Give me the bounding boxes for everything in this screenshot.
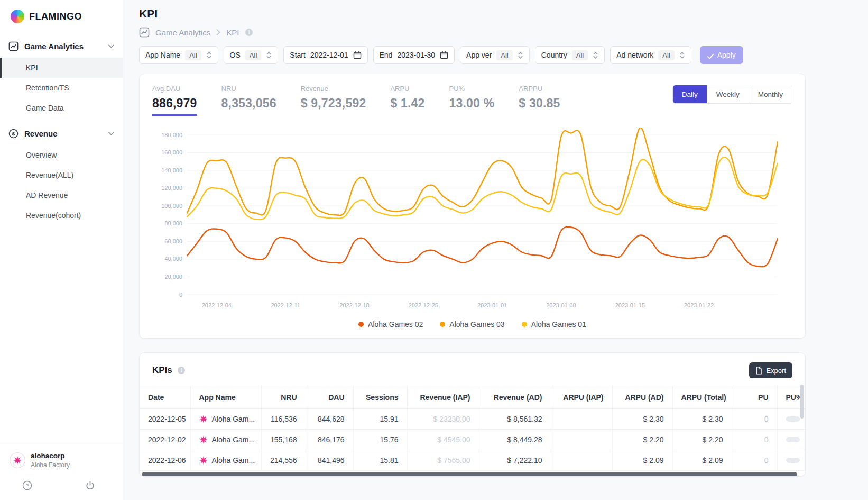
brand-logo[interactable]: FLAMINGO [0, 0, 123, 32]
cell-revenue-iap: $ 23230.00 [407, 409, 479, 430]
horizontal-scrollbar[interactable] [142, 472, 797, 476]
legend-aloha-games-01[interactable]: Aloha Games 01 [522, 320, 586, 329]
app-logo-icon [199, 456, 208, 465]
metric-revenue[interactable]: Revenue $ 9,723,592 [301, 85, 366, 111]
sidebar-item-overview[interactable]: Overview [0, 145, 123, 165]
cell-date: 2022-12-02 [140, 430, 190, 450]
cell-sessions: 15.76 [353, 430, 407, 450]
filter-end-date[interactable]: End 2023-01-30 [373, 46, 455, 64]
toggle-weekly[interactable]: Weekly [707, 85, 749, 103]
main-content: KPI Game Analytics KPI i App Name All OS… [123, 0, 868, 500]
col-date[interactable]: Date [140, 386, 190, 409]
cell-revenue-iap: $ 4545.00 [407, 430, 479, 450]
cell-app: Aloha Gam... [190, 430, 261, 450]
user-name: alohacorp [31, 452, 70, 460]
table-row[interactable]: 2022-12-05Aloha Gam...116,536844,62815.9… [140, 409, 805, 430]
svg-text:?: ? [26, 483, 29, 488]
filter-app-ver[interactable]: App ver All [460, 46, 530, 64]
filter-app-name[interactable]: App Name All [139, 46, 218, 64]
svg-text:40,000: 40,000 [164, 256, 182, 262]
chevron-down-icon [108, 44, 114, 48]
user-card[interactable]: alohacorp Aloha Factory [0, 444, 123, 476]
apply-button[interactable]: Apply [700, 46, 743, 64]
filter-country[interactable]: Country All [535, 46, 605, 64]
cell-revenue-ad: $ 8,449.28 [479, 430, 551, 450]
chevron-right-icon [216, 29, 220, 35]
help-icon[interactable]: ? [22, 480, 32, 490]
svg-text:180,000: 180,000 [161, 132, 182, 138]
info-icon[interactable]: i [177, 366, 186, 375]
logout-power-icon[interactable] [85, 480, 95, 490]
col-nru[interactable]: NRU [261, 386, 306, 409]
col-pu[interactable]: PU [732, 386, 777, 409]
col-arpu-total[interactable]: ARPU (Total) [672, 386, 732, 409]
svg-text:2023-01-22: 2023-01-22 [684, 302, 714, 308]
metric-pu-pct[interactable]: PU% 13.00 % [449, 85, 495, 111]
dau-line-chart[interactable]: 020,00040,00060,00080,000100,000120,0001… [152, 128, 792, 316]
col-app-name[interactable]: App Name [190, 386, 261, 409]
info-icon[interactable]: i [245, 28, 253, 37]
nav-group-game-analytics[interactable]: Game Analytics [0, 35, 123, 58]
avatar [10, 452, 25, 468]
table-row[interactable]: 2022-12-02Aloha Gam...155,168846,17615.7… [140, 430, 805, 450]
legend-dot [358, 322, 364, 327]
sidebar-item-kpi[interactable]: KPI [0, 58, 123, 78]
breadcrumb-section[interactable]: Game Analytics [155, 28, 210, 37]
dollar-icon: $ [8, 129, 19, 139]
col-arpu-ad[interactable]: ARPU (AD) [612, 386, 672, 409]
cell-arpu-total: $ 2.30 [672, 409, 732, 430]
period-toggle: Daily Weekly Monthly [672, 85, 792, 104]
vertical-scrollbar[interactable] [800, 385, 804, 419]
metric-arpu[interactable]: ARPU $ 1.42 [390, 85, 424, 111]
pu-pct-bar [786, 437, 800, 442]
col-sessions[interactable]: Sessions [353, 386, 407, 409]
export-button[interactable]: Export [749, 362, 792, 378]
svg-text:100,000: 100,000 [161, 203, 182, 209]
cell-arpu-total: $ 2.09 [672, 450, 732, 471]
col-revenue-ad[interactable]: Revenue (AD) [479, 386, 551, 409]
pu-pct-bar [786, 416, 800, 422]
toggle-daily[interactable]: Daily [673, 85, 707, 103]
table-header-row: Date App Name NRU DAU Sessions Revenue (… [140, 386, 805, 409]
table-title: KPIs [152, 365, 172, 376]
filter-os[interactable]: OS All [224, 46, 279, 64]
sidebar-item-ad-revenue[interactable]: AD Revenue [0, 185, 123, 205]
metric-avg-dau[interactable]: Avg.DAU 886,979 [152, 85, 197, 116]
metric-nru[interactable]: NRU 8,353,056 [221, 85, 276, 111]
kpi-table-body: 2022-12-05Aloha Gam...116,536844,62815.9… [140, 409, 805, 471]
calendar-icon [440, 51, 448, 59]
col-dau[interactable]: DAU [306, 386, 353, 409]
legend-dot [440, 322, 445, 327]
nav-group-revenue[interactable]: $ Revenue [0, 122, 123, 145]
select-arrows-icon [206, 51, 212, 59]
legend-aloha-games-03[interactable]: Aloha Games 03 [440, 320, 504, 329]
legend-dot [522, 322, 527, 327]
filter-value-badge: All [245, 50, 261, 60]
nav-group-label: Game Analytics [24, 42, 84, 51]
table-row[interactable]: 2022-12-06Aloha Gam...214,556841,49615.8… [140, 450, 805, 471]
filter-ad-network[interactable]: Ad network All [610, 46, 691, 64]
cell-dau: 846,176 [306, 430, 353, 450]
sidebar-item-revenue-all[interactable]: Revenue(ALL) [0, 165, 123, 185]
cell-nru: 214,556 [261, 450, 306, 471]
sidebar-item-revenue-cohort[interactable]: Revenue(cohort) [0, 205, 123, 225]
toggle-monthly[interactable]: Monthly [749, 85, 792, 103]
sidebar: FLAMINGO Game Analytics KPI Retention/TS… [0, 0, 123, 500]
svg-text:120,000: 120,000 [161, 185, 182, 191]
sidebar-item-retention-ts[interactable]: Retention/TS [0, 78, 123, 98]
svg-text:i: i [248, 30, 250, 35]
kpis-table-card: KPIs i Export Date App [139, 352, 806, 477]
legend-aloha-games-02[interactable]: Aloha Games 02 [358, 320, 423, 329]
svg-text:2022-12-25: 2022-12-25 [409, 302, 438, 308]
chevron-down-icon [108, 132, 114, 135]
cell-app: Aloha Gam... [190, 409, 261, 430]
col-revenue-iap[interactable]: Revenue (IAP) [407, 386, 479, 409]
col-arpu-iap[interactable]: ARPU (IAP) [551, 386, 612, 409]
sidebar-item-game-data[interactable]: Game Data [0, 98, 123, 118]
filter-label: App Name [145, 51, 180, 59]
filter-start-date[interactable]: Start 2022-12-01 [283, 46, 367, 64]
start-date-value: 2022-12-01 [310, 51, 348, 59]
cell-sessions: 15.81 [353, 450, 407, 471]
metric-arppu[interactable]: ARPPU $ 30.85 [519, 85, 560, 111]
breadcrumb-page: KPI [226, 28, 239, 37]
